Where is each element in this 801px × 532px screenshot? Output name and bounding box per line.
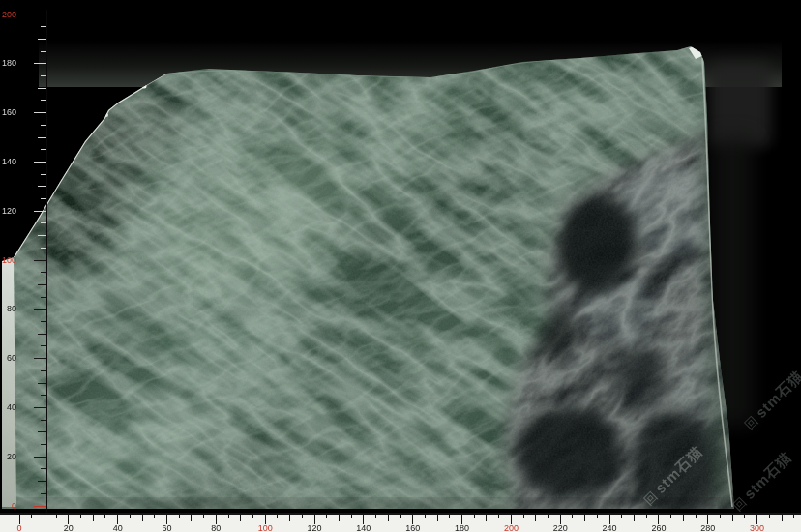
left-ruler-label: 60 — [7, 354, 16, 363]
left-ruler-tick — [41, 468, 46, 469]
bottom-ruler-tick — [646, 514, 647, 518]
left-ruler-tick — [41, 493, 46, 494]
left-ruler-tick — [38, 334, 46, 335]
bottom-ruler-tick — [498, 514, 499, 518]
bottom-ruler-tick — [289, 514, 290, 521]
left-ruler-tick — [38, 235, 46, 236]
bottom-ruler-label: 80 — [211, 524, 221, 532]
left-ruler-tick — [41, 75, 46, 76]
left-ruler-tick — [38, 88, 46, 89]
left-ruler-tick — [38, 186, 46, 187]
bottom-ruler-tick — [191, 514, 192, 521]
bottom-ruler-tick — [523, 514, 524, 518]
bottom-ruler-tick — [449, 514, 450, 518]
bottom-ruler-tick — [535, 514, 536, 521]
bottom-ruler-label: 220 — [553, 524, 568, 532]
left-ruler-tick — [34, 112, 46, 113]
bottom-ruler-tick — [720, 514, 721, 518]
bottom-ruler-tick — [31, 514, 32, 518]
left-ruler-label: 40 — [7, 403, 16, 412]
left-ruler-tick — [34, 211, 46, 212]
bottom-ruler-tick — [351, 514, 352, 518]
bottom-ruler-tick — [56, 514, 57, 518]
bottom-ruler-label: 0 — [16, 524, 21, 532]
left-ruler-tick — [34, 63, 46, 64]
left-ruler-tick — [38, 137, 46, 138]
bottom-ruler-tick — [732, 514, 733, 521]
bottom-ruler-tick — [154, 514, 155, 518]
left-axis-line — [46, 10, 47, 513]
left-ruler-tick — [34, 309, 46, 310]
left-ruler-label: 160 — [2, 108, 16, 117]
left-ruler-tick — [41, 370, 46, 371]
bottom-ruler-tick — [400, 514, 401, 518]
bottom-ruler-label: 180 — [455, 524, 469, 532]
bottom-ruler-tick — [634, 514, 635, 521]
left-ruler-tick — [41, 51, 46, 52]
bottom-ruler-tick — [744, 514, 745, 518]
bottom-ruler-tick — [696, 514, 697, 518]
bottom-ruler-label: 300 — [750, 524, 764, 532]
left-ruler-tick — [38, 481, 46, 482]
left-ruler-tick — [38, 383, 46, 384]
slab-viewer-stage: 回stm石猫回stm石猫回stm石猫 020406080100120140160… — [0, 0, 801, 532]
bottom-ruler-tick — [44, 514, 44, 521]
bottom-ruler-label: 260 — [651, 524, 666, 532]
bottom-ruler-tick — [240, 514, 241, 521]
left-ruler-tick — [41, 100, 46, 101]
left-ruler-tick — [41, 420, 46, 421]
bottom-ruler-label: 140 — [356, 524, 371, 532]
bottom-ruler-tick — [683, 514, 684, 521]
left-ruler-tick — [41, 149, 46, 150]
bottom-ruler-label: 200 — [504, 524, 519, 532]
bottom-ruler-tick — [104, 514, 105, 518]
bottom-ruler-tick — [326, 514, 327, 518]
bottom-ruler-label: 160 — [405, 524, 420, 532]
left-ruler-label: 200 — [2, 11, 16, 19]
bottom-ruler-tick — [621, 514, 622, 518]
bottom-ruler-label: 40 — [113, 524, 123, 532]
bottom-ruler-tick — [142, 514, 143, 521]
left-ruler-tick — [41, 26, 46, 27]
left-ruler-label: 80 — [7, 305, 16, 313]
slab-photo — [0, 0, 801, 532]
left-ruler-tick — [41, 198, 46, 199]
left-ruler-label: 100 — [2, 256, 16, 265]
bottom-ruler-tick — [597, 514, 598, 518]
bottom-ruler-tick — [277, 514, 278, 518]
bottom-ruler-label: 120 — [308, 524, 322, 532]
left-ruler-label: 140 — [2, 158, 16, 166]
left-ruler-tick — [34, 457, 46, 458]
bottom-ruler-tick — [388, 514, 389, 521]
left-ruler-tick — [38, 39, 46, 40]
left-ruler-tick — [41, 395, 46, 396]
bottom-ruler-tick — [793, 514, 794, 518]
bottom-ruler-tick — [252, 514, 253, 518]
left-ruler-tick — [41, 444, 46, 445]
left-ruler-tick — [38, 284, 46, 285]
bottom-ruler-tick — [179, 514, 180, 518]
left-ruler-tick — [34, 407, 46, 408]
left-ruler-tick — [34, 260, 46, 261]
bottom-ruler-tick — [80, 514, 81, 518]
left-ruler-label: 180 — [2, 59, 16, 68]
bottom-ruler-tick — [425, 514, 426, 518]
bottom-ruler-tick — [93, 514, 94, 521]
bottom-ruler-tick — [228, 514, 229, 518]
left-ruler-tick — [41, 248, 46, 249]
left-ruler-tick — [34, 358, 46, 359]
bottom-ruler-label: 60 — [163, 524, 172, 532]
bottom-ruler-tick — [584, 514, 585, 521]
left-ruler-label: 20 — [7, 453, 16, 461]
bottom-ruler-tick — [474, 514, 475, 518]
bottom-ruler-tick — [670, 514, 671, 518]
bottom-ruler-tick — [437, 514, 438, 521]
left-ruler-tick — [41, 345, 46, 346]
left-ruler-tick — [34, 506, 46, 507]
bottom-ruler-tick — [130, 514, 131, 518]
bottom-ruler-tick — [339, 514, 340, 521]
bottom-ruler-tick — [769, 514, 770, 518]
bottom-ruler-tick — [486, 514, 487, 521]
bottom-ruler-tick — [782, 514, 783, 521]
bottom-ruler-tick — [203, 514, 204, 518]
